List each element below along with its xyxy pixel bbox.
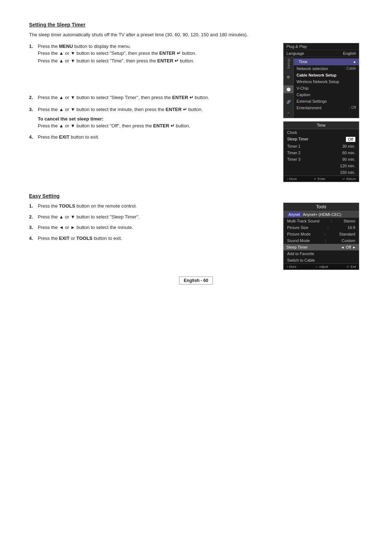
sound-mode-colon: : xyxy=(325,238,326,243)
timer3-value: 90 min. xyxy=(342,157,355,161)
add-favorite-label: Add to Favorite xyxy=(287,251,314,256)
step-3-num: 3. xyxy=(29,106,35,130)
ui-screenshots: Plug & Play Language English Setup ⚙ 🕐 🔗… xyxy=(283,43,363,183)
timer2-row: Timer 2 60 min. xyxy=(283,150,359,156)
anynet-row: AnynetAnynet+ (HDMI-CEC) xyxy=(283,211,359,218)
menu-sidebar: Setup ⚙ 🕐 🔗 📱 · Time ▸ xyxy=(283,57,359,118)
easy-step-3-num: 3. xyxy=(29,224,35,231)
picture-size-value: 16:9 xyxy=(348,225,355,230)
time-item-label: · Time xyxy=(297,60,307,64)
entertainment-item: Entertainment : Off xyxy=(294,105,359,111)
timer3-label: Timer 3 xyxy=(287,157,301,161)
easy-content-area: 1. Press the TOOLS button on the remote … xyxy=(29,202,363,270)
cancel-text: Press the ▲ or ▼ button to select "Off",… xyxy=(38,122,276,130)
step-2-num: 2. xyxy=(29,94,35,101)
easy-step-1-content: Press the TOOLS button on the remote con… xyxy=(38,202,276,210)
instructions: 1. Press the MENU button to display the … xyxy=(29,43,276,183)
vchip-label: V-Chip xyxy=(297,86,309,90)
network-selection-item: Network selection : Cable xyxy=(294,65,359,72)
menu-left-panel: Setup ⚙ 🕐 🔗 📱 xyxy=(283,57,294,118)
setup-label: Setup xyxy=(287,58,290,69)
step-1-num: 1. xyxy=(29,43,35,65)
easy-step-1: 1. Press the TOOLS button on the remote … xyxy=(29,202,276,210)
cancel-label: To cancel the set sleep timer: xyxy=(38,115,276,123)
step-4-num: 4. xyxy=(29,134,35,141)
time-icon: 🕐 xyxy=(283,85,294,93)
settings-icon: ⚙ xyxy=(283,73,294,81)
easy-step-2-content: Press the ▲ or ▼ button to select "Sleep… xyxy=(38,213,276,221)
external-settings-label: External Settings xyxy=(297,99,327,103)
easy-step-4-content: Press the EXIT or TOOLS button to exit. xyxy=(38,235,276,242)
tools-sleep-label: Sleep Timer xyxy=(286,245,308,249)
intro-text: The sleep timer automatically shuts off … xyxy=(29,31,363,38)
step-1-prefix: Press the MENU button to display the men… xyxy=(38,44,131,49)
multi-track-value: Stereo xyxy=(344,219,355,223)
entertainment-value: : Off xyxy=(349,106,356,110)
easy-step-2-num: 2. xyxy=(29,213,35,221)
120min-value: 120 min. xyxy=(340,164,355,168)
easy-instructions: 1. Press the TOOLS button on the remote … xyxy=(29,202,276,270)
picture-mode-value: Standard xyxy=(339,232,355,236)
section1: Setting the Sleep Timer The sleep timer … xyxy=(29,22,363,182)
left-arrow: ◄ xyxy=(341,245,344,249)
time-menu-header: Time xyxy=(283,122,359,129)
step-1-sub2: Press the ▲ or ▼ button to select "Time"… xyxy=(38,57,276,65)
wireless-network-item: Wireless Network Setup xyxy=(294,78,359,85)
step-2-content: Press the ▲ or ▼ button to select "Sleep… xyxy=(38,94,276,101)
step-3-content: Press the ▲ or ▼ button to select the mi… xyxy=(38,106,276,130)
sleep-off-value: Off xyxy=(346,245,351,249)
time-menu-footer: ↕ Move ↵ Enter ↩ Return xyxy=(283,176,359,182)
time-arrow: ▸ xyxy=(354,60,356,64)
footer-move: ↕ Move xyxy=(286,177,297,181)
sleep-timer-label: Sleep Timer xyxy=(287,137,309,142)
sleep-controls: ◄ Off ► xyxy=(341,245,356,249)
add-favorite-row: Add to Favorite xyxy=(283,250,359,257)
step-4-content: Press the EXIT button to exit. xyxy=(38,134,276,141)
page-footer: English - 60 xyxy=(179,277,213,285)
anynet-icon: AnynetAnynet+ (HDMI-CEC) xyxy=(287,212,341,217)
caption-label: Caption xyxy=(297,93,310,97)
switch-cable-label: Switch to Cable xyxy=(287,258,315,262)
timer3-row: Timer 3 90 min. xyxy=(283,156,359,163)
tools-footer: ↕ More ↔ Adjust ↵ Exit xyxy=(283,263,359,270)
150min-value: 150 min. xyxy=(340,170,355,175)
switch-cable-row: Switch to Cable xyxy=(283,257,359,263)
sound-mode-label: Sound Mode xyxy=(287,238,310,243)
step-1: 1. Press the MENU button to display the … xyxy=(29,43,276,65)
picture-size-row: Picture Size : 16:9 xyxy=(283,224,359,231)
picture-size-label: Picture Size xyxy=(287,225,309,230)
menu-top-row: Plug & Play xyxy=(283,43,359,50)
easy-setting-title: Easy Setting xyxy=(29,193,363,199)
easy-step-4: 4. Press the EXIT or TOOLS button to exi… xyxy=(29,235,276,242)
easy-step-4-num: 4. xyxy=(29,235,35,242)
wireless-network-label: Wireless Network Setup xyxy=(297,79,339,84)
timer1-row: Timer 1 30 min. xyxy=(283,143,359,150)
language-label: Language xyxy=(286,51,304,56)
tools-menu: Tools AnynetAnynet+ (HDMI-CEC) Multi-Tra… xyxy=(283,202,359,270)
section-title: Setting the Sleep Timer xyxy=(29,22,363,28)
menu-language-row: Language English xyxy=(283,50,359,57)
timer2-value: 60 min. xyxy=(342,151,355,155)
tools-screenshot: Tools AnynetAnynet+ (HDMI-CEC) Multi-Tra… xyxy=(283,202,363,270)
clock-label: Clock xyxy=(287,130,297,135)
step-3: 3. Press the ▲ or ▼ button to select the… xyxy=(29,106,276,130)
picture-mode-label: Picture Mode xyxy=(287,232,311,236)
multi-track-label: Multi-Track Sound xyxy=(287,219,319,223)
external-settings-item: External Settings xyxy=(294,98,359,105)
timer1-value: 30 min. xyxy=(342,144,355,148)
sound-mode-row: Sound Mode : Custom xyxy=(283,237,359,244)
content-area: 1. Press the MENU button to display the … xyxy=(29,43,363,183)
tools-menu-header: Tools xyxy=(283,203,359,211)
tools-sleep-row: Sleep Timer ◄ Off ► xyxy=(283,244,359,250)
tools-footer-adjust: ↔ Adjust xyxy=(315,265,328,269)
footer-return: ↩ Return xyxy=(342,177,356,181)
wireless-icon: 📱 xyxy=(283,110,294,118)
timer1-label: Timer 1 xyxy=(287,144,301,148)
tools-footer-more: ↕ More xyxy=(286,265,297,269)
picture-mode-colon: : xyxy=(324,232,326,236)
plug-play-label: Plug & Play xyxy=(286,44,307,49)
vchip-item: V-Chip xyxy=(294,85,359,91)
120min-row: 120 min. xyxy=(283,163,359,169)
multi-track-colon: : xyxy=(331,219,332,223)
sleep-timer-row: Sleep Timer Off xyxy=(283,136,359,143)
